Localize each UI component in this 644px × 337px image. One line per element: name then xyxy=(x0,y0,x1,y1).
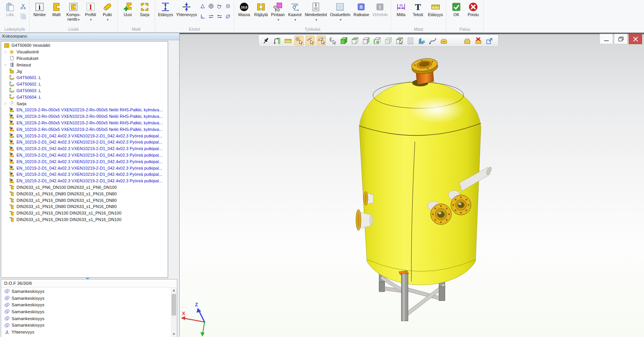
view-wireframe[interactable] xyxy=(350,36,359,46)
snap-center-toggle[interactable] xyxy=(294,36,304,46)
tree-item-ilmiasut[interactable]: ▷Ilmiasut xyxy=(1,61,168,68)
assembly-tree[interactable]: G4T50600 Vesisäiliö▷VisualisointiPiirust… xyxy=(1,41,168,278)
tree-item-piirustukset[interactable]: Piirustukset xyxy=(1,55,168,62)
ratkaise-button[interactable]: Ratkaise xyxy=(352,1,371,17)
mitta-button[interactable]: 45Mitta xyxy=(393,1,410,17)
scroll-down-icon[interactable]: ▼ xyxy=(171,332,177,337)
tree-item-g4t50604-l[interactable]: G4T50604 .L xyxy=(1,94,168,100)
tree-item-en-10219-2-rn-050x5-vxen10219-2-rn-050x5[interactable]: EN_10219-2-Rn-050x5 VXEN10219-2-Rn-050x5… xyxy=(1,113,168,120)
constraint-yhtenevyys[interactable]: Yhtenevyys xyxy=(1,329,171,335)
teksti-button[interactable]: TTeksti xyxy=(410,1,426,17)
uusi-button[interactable]: Uusi xyxy=(119,1,136,17)
malli-button[interactable]: Malli xyxy=(48,1,65,17)
tree-item-en-10219-2-d1-042-4x02-3-vxen10219-2-d1-[interactable]: EN_10219-2-D1_042.4x02.3 VXEN10219-2-D1_… xyxy=(1,132,168,139)
constraint-samankeskisyys[interactable]: Samankeskisyys xyxy=(1,308,171,315)
expander-icon[interactable]: ▷ xyxy=(3,102,8,105)
putki-button[interactable]: Putki▾ xyxy=(99,1,116,22)
orbit-tool[interactable] xyxy=(272,36,281,46)
parallel-constraint-button[interactable] xyxy=(207,12,215,21)
pick-edge-tool[interactable] xyxy=(328,36,337,46)
swap-view-tool[interactable] xyxy=(485,36,494,46)
tree-item-sarja[interactable]: ▷Sarja xyxy=(1,100,168,107)
bin-delete-tool[interactable] xyxy=(474,36,483,46)
view-hidden-line[interactable] xyxy=(383,36,393,46)
top-flange[interactable] xyxy=(411,57,439,75)
tree-item-din2633-s1-pn16-dn80-din2633-s1-pn16-dn8[interactable]: DIN2633_s1_PN16_DN80 DIN2633_s1_PN16_DN8… xyxy=(1,190,168,197)
tree-item-en-10219-2-d1-042-4x02-3-vxen10219-2-d1-[interactable]: EN_10219-2-D1_042.4x02.3 VXEN10219-2-D1_… xyxy=(1,139,168,145)
tree-item-g4t50601-l[interactable]: G4T50601 .L xyxy=(1,74,168,81)
view-shaded[interactable] xyxy=(339,36,348,46)
tree-item-en-10219-2-rn-050x5-vxen10219-2-rn-050x5[interactable]: EN_10219-2-Rn-050x5 VXEN10219-2-Rn-050x5… xyxy=(1,120,168,126)
cut-button[interactable] xyxy=(19,2,27,10)
scroll-thumb[interactable] xyxy=(172,294,176,316)
curve-tool[interactable] xyxy=(428,36,437,46)
restore-button[interactable] xyxy=(614,34,627,44)
constraint-samankeskisyys[interactable]: Samankeskisyys xyxy=(1,315,171,322)
etaisyys-mitta-button[interactable]: Etäisyys xyxy=(426,1,444,17)
bin-tool[interactable] xyxy=(462,36,472,46)
constraint-samankeskisyys[interactable]: Samankeskisyys xyxy=(1,288,171,295)
tree-item-en-10219-2-d1-042-4x02-3-vxen10219-2-d1-[interactable]: EN_10219-2-D1_042.4x02.3 VXEN10219-2-D1_… xyxy=(1,158,168,165)
snap-face-toggle[interactable] xyxy=(317,36,326,46)
constraint-samankeskisyys[interactable]: Samankeskisyys xyxy=(1,322,171,329)
concentric-constraint-button[interactable] xyxy=(207,2,215,10)
paste-button[interactable]: Liitä xyxy=(2,1,18,17)
virheloki-button[interactable]: !Virheloki xyxy=(371,1,389,17)
massa-button[interactable]: 10,0Massa xyxy=(236,1,253,17)
perpendicular-constraint-button[interactable] xyxy=(198,12,207,21)
tree-item-din2633-s1-pn16-dn100-din2633-s1-pn16-dn[interactable]: DIN2633_s1_PN16_DN100 DIN2633_s1_PN16_DN… xyxy=(1,216,168,223)
tree-item-jig[interactable]: Jig xyxy=(1,68,168,74)
etaisyys-constraint-button[interactable]: Etäisyys xyxy=(157,1,175,17)
no-intersect-constraint-button[interactable] xyxy=(224,12,232,21)
constraint-scrollbar[interactable]: ▲ ▼ xyxy=(171,288,177,337)
komponentti-button[interactable]: Kompo-nentti▾ xyxy=(65,1,82,22)
copy-model-tool[interactable] xyxy=(417,36,426,46)
close-button[interactable] xyxy=(629,34,642,44)
tree-item-din2633-s1-pn16-dn80-din2633-s1-pn16-dn8[interactable]: DIN2633_s1_PN16_DN80 DIN2633_s1_PN16_DN8… xyxy=(1,203,168,210)
tree-item-en-10219-2-d1-042-4x02-3-vxen10219-2-d1-[interactable]: EN_10219-2-D1_042.4x02.3 VXEN10219-2-D1_… xyxy=(1,145,168,152)
archive-box-tool[interactable] xyxy=(439,36,448,46)
profiili-button[interactable]: IProfiili▾ xyxy=(82,1,99,22)
tree-item-en-10219-2-d1-042-4x02-3-vxen10219-2-d1-[interactable]: EN_10219-2-D1_042.4x02.3 VXEN10219-2-D1_… xyxy=(1,152,168,159)
3d-viewport[interactable]: X Z xyxy=(180,33,644,337)
distance-h-constraint-button[interactable] xyxy=(215,12,224,21)
sheet-list-tool[interactable] xyxy=(406,36,415,46)
tree-item-en-10219-2-d1-042-4x02-3-vxen10219-2-d1-[interactable]: EN_10219-2-D1_042.4x02.3 VXEN10219-2-D1_… xyxy=(1,178,168,184)
tree-item-en-10219-2-rn-050x5-vxen10219-2-rn-050x5[interactable]: EN_10219-2-Rn-050x5 VXEN10219-2-Rn-050x5… xyxy=(1,126,168,132)
constraint-list[interactable]: SamankeskisyysSamankeskisyysSamankeskisy… xyxy=(1,288,171,337)
poistu-button[interactable]: Poistu xyxy=(465,1,482,17)
tree-item-g4t50602-l[interactable]: G4T50602 .L xyxy=(1,81,168,88)
symmetry-constraint-button[interactable] xyxy=(224,2,232,10)
tree-item-visualisointi[interactable]: ▷Visualisointi xyxy=(1,49,168,55)
copy-button[interactable] xyxy=(19,12,27,20)
angle-constraint-button[interactable] xyxy=(198,2,207,10)
tree-item-din2633-s1-pn6-dn100-din2633-s1-pn6-dn10[interactable]: DIN2633_s1_PN6_DN100 DIN2633_s1_PN6_DN10… xyxy=(1,184,168,191)
kaaviot-button[interactable]: Kaaviot▾ xyxy=(286,1,303,22)
snap-line-toggle[interactable] xyxy=(305,36,315,46)
pin-tool[interactable] xyxy=(261,36,270,46)
rajayta-button[interactable]: Räjäytä xyxy=(253,1,269,17)
sarja-button[interactable]: Sarja xyxy=(136,1,153,17)
scroll-up-icon[interactable]: ▲ xyxy=(171,288,177,293)
tangent-constraint-button[interactable] xyxy=(215,2,224,10)
tree-item-en-10219-2-rn-050x5-vxen10219-2-rn-050x5[interactable]: EN_10219-2-Rn-050x5 VXEN10219-2-Rn-050x5… xyxy=(1,107,168,113)
measure-tool[interactable] xyxy=(283,36,292,46)
nimike-button[interactable]: iNimike xyxy=(31,1,48,17)
tree-item-en-10219-2-d1-042-4x02-3-vxen10219-2-d1-[interactable]: EN_10219-2-D1_042.4x02.3 VXEN10219-2-D1_… xyxy=(1,171,168,178)
constraint-samankeskisyys[interactable]: Samankeskisyys xyxy=(1,295,171,302)
expander-icon[interactable]: ▷ xyxy=(3,50,8,54)
vessel-model[interactable] xyxy=(327,52,492,337)
view-edges[interactable] xyxy=(372,36,381,46)
tree-item-din2633-s1-pn16-dn80-din2633-s1-pn16-dn8[interactable]: DIN2633_s1_PN16_DN80 DIN2633_s1_PN16_DN8… xyxy=(1,197,168,203)
tree-item-en-10219-2-d1-042-4x02-3-vxen10219-2-d1-[interactable]: EN_10219-2-D1_042.4x02.3 VXEN10219-2-D1_… xyxy=(1,165,168,171)
osaluettelo-button[interactable]: Osaluettelo▾ xyxy=(329,1,352,22)
minimize-button[interactable] xyxy=(599,34,613,44)
tree-item-din2633-s1-pn16-dn100-din2633-s1-pn16-dn[interactable]: DIN2633_s1_PN16_DN100 DIN2633_s1_PN16_DN… xyxy=(1,210,168,216)
tree-item-g4t50600-vesis-ili-[interactable]: G4T50600 Vesisäiliö xyxy=(1,42,168,49)
constraint-samankeskisyys[interactable]: Samankeskisyys xyxy=(1,301,171,308)
view-face-shaded[interactable] xyxy=(361,36,370,46)
expander-icon[interactable]: ▷ xyxy=(3,63,8,66)
yhtenevyys-constraint-button[interactable]: Yhtenevyys xyxy=(175,1,198,17)
nimiketiedot-button[interactable]: iNimiketiedot▾ xyxy=(303,1,329,22)
top-nozzle[interactable] xyxy=(411,57,439,86)
